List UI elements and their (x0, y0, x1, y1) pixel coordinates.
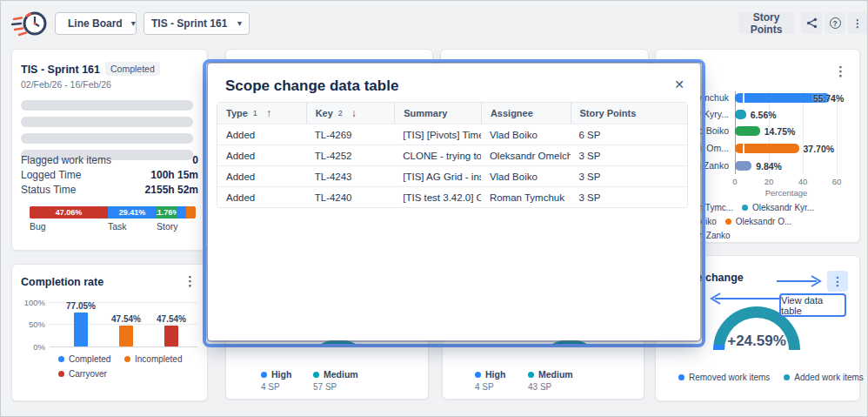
workload-bar-value: 6.56% (751, 110, 777, 120)
legend-item[interactable]: High4 SP (261, 369, 291, 392)
x-tick: 60 (824, 177, 850, 186)
app-logo (11, 6, 50, 43)
column-header-key[interactable]: Key2↓ (306, 103, 395, 124)
column-label: Key (316, 108, 333, 118)
gridline (803, 91, 804, 174)
work-type-segment: 47.06% (30, 206, 108, 219)
column-label: Story Points (580, 108, 637, 118)
legend-dot (725, 219, 731, 225)
table-cell: [TIS] AG Grid - install lic... (394, 166, 481, 186)
legend-item[interactable]: Oleksandr O... (725, 217, 791, 226)
stat-value: 2155h 52m (145, 184, 198, 196)
legend-item[interactable]: Medium57 SP (313, 369, 358, 392)
column-header-story-points[interactable]: Story Points (571, 103, 687, 124)
completion-rate-panel: Completion rate ⋮ 100% 50% 0% 77.05%47.5… (11, 264, 208, 401)
legend-dot (784, 374, 790, 380)
sprint-title: TIS - Sprint 161Completed (21, 62, 160, 76)
header-menu-button[interactable]: ⋮ (848, 12, 867, 34)
share-icon (806, 17, 818, 29)
sort-asc-icon: ↑ (266, 107, 271, 119)
completion-bar (119, 326, 133, 346)
table-cell: Roman Tymchuk (481, 187, 571, 207)
gridline (837, 91, 838, 174)
modal-title: Scope change data table (225, 77, 398, 95)
sprint-select-label: TIS - Sprint 161 (151, 17, 227, 30)
x-axis-label: Percentage (751, 188, 821, 198)
table-cell: Added (217, 166, 306, 186)
legend-item[interactable]: Oleksandr Kyr... (742, 203, 814, 212)
table-body: AddedTL-4269[TIS] [Pivots] Time in st...… (217, 124, 687, 207)
share-button[interactable] (801, 12, 822, 34)
legend-label: Medium (538, 369, 573, 380)
work-type-segment (186, 206, 196, 219)
y-tick: 50% (19, 319, 45, 329)
sprint-summary-panel: TIS - Sprint 161Completed 02/Feb/26 - 16… (11, 49, 208, 251)
legend-item[interactable]: Carryover (58, 369, 116, 379)
legend-label: Added work items (794, 373, 863, 382)
column-header-type[interactable]: Type1↑ (217, 103, 306, 124)
workload-bar (735, 144, 799, 153)
kebab-icon: ⋮ (852, 17, 863, 30)
legend-value: 4 SP (261, 382, 291, 392)
annotation-arrow-right-icon (775, 274, 825, 288)
table-row: AddedTL-4252CLONE - trying to creat...Ol… (217, 145, 687, 165)
help-button[interactable]: ? (825, 12, 845, 34)
work-type-segment: 29.41% (108, 206, 157, 219)
legend-item[interactable]: Added work items (784, 373, 863, 382)
table-header-row: Type1↑Key2↓SummaryAssigneeStory Points (217, 103, 687, 124)
scope-change-modal: Scope change data table ✕ Type1↑Key2↓Sum… (208, 64, 700, 340)
x-tick: 0 (722, 177, 748, 186)
sprint-select[interactable]: TIS - Sprint 161 ▾ (144, 12, 250, 35)
stat-label: Flagged work items (21, 154, 111, 166)
stopwatch-logo-icon (11, 6, 50, 43)
work-type-label: Bug (30, 221, 46, 232)
close-icon[interactable]: ✕ (674, 77, 684, 91)
work-type-segment: 11.76% (157, 206, 176, 219)
scope-menu-button-highlighted[interactable]: ⋮ (827, 271, 848, 292)
legend-item[interactable]: High4 SP (475, 369, 505, 392)
table-cell: TL-4240 (306, 187, 395, 207)
completion-menu-button[interactable]: ⋮ (184, 275, 197, 287)
legend-label: Medium (324, 369, 358, 380)
table-cell: TL-4252 (306, 145, 395, 165)
workload-bar (735, 126, 760, 136)
chevron-down-icon: ▾ (229, 19, 242, 28)
legend-item[interactable]: Completed (58, 354, 116, 364)
legend-row: Medium (313, 369, 358, 380)
hidden-donut-arc (538, 340, 601, 347)
legend-value: 4 SP (475, 382, 505, 392)
workload-menu-button[interactable]: ⋮ (834, 65, 847, 77)
stat-label: Status Time (21, 184, 76, 196)
view-data-table-tooltip[interactable]: View data table (779, 293, 846, 317)
gauge-value: +24.59% (713, 333, 800, 350)
completion-bar (164, 326, 178, 346)
column-label: Type (226, 108, 248, 118)
table-cell: Added (217, 145, 306, 165)
completion-bar-value: 47.54% (103, 314, 150, 324)
column-header-summary[interactable]: Summary (394, 103, 481, 124)
table-cell: 3 SP (571, 145, 687, 165)
legend-row: Medium (528, 369, 573, 380)
x-tick: 20 (756, 177, 782, 186)
legend-item[interactable]: Medium43 SP (528, 369, 573, 392)
story-points-button[interactable]: Story Points (738, 12, 794, 34)
dashboard-page: Line Board ▾ TIS - Sprint 161 ▾ Story Po… (0, 0, 868, 417)
legend-dot (678, 374, 684, 380)
column-header-assignee[interactable]: Assignee (481, 103, 571, 124)
legend-label: Completed (69, 354, 110, 364)
table-cell: Oleksandr Omelchenko (481, 145, 571, 165)
table-cell: Vlad Boiko (481, 166, 571, 186)
legend-item[interactable]: Removed work items (678, 373, 770, 382)
legend-dot (261, 372, 267, 378)
board-select[interactable]: Line Board ▾ (55, 12, 137, 35)
work-type-label: Task (108, 221, 127, 232)
workload-bar-value: 55.74% (813, 93, 845, 104)
scope-change-table: Type1↑Key2↓SummaryAssigneeStory Points A… (217, 102, 688, 208)
legend-item[interactable]: Incompleted (124, 354, 182, 364)
workload-bar (735, 110, 746, 119)
stat-row: Flagged work items0 (21, 154, 198, 166)
legend-label: High (485, 369, 505, 380)
table-cell: 3 SP (571, 166, 687, 186)
table-row: AddedTL-4243[TIS] AG Grid - install lic.… (217, 165, 687, 186)
legend-label: Oleksandr O... (736, 217, 791, 226)
